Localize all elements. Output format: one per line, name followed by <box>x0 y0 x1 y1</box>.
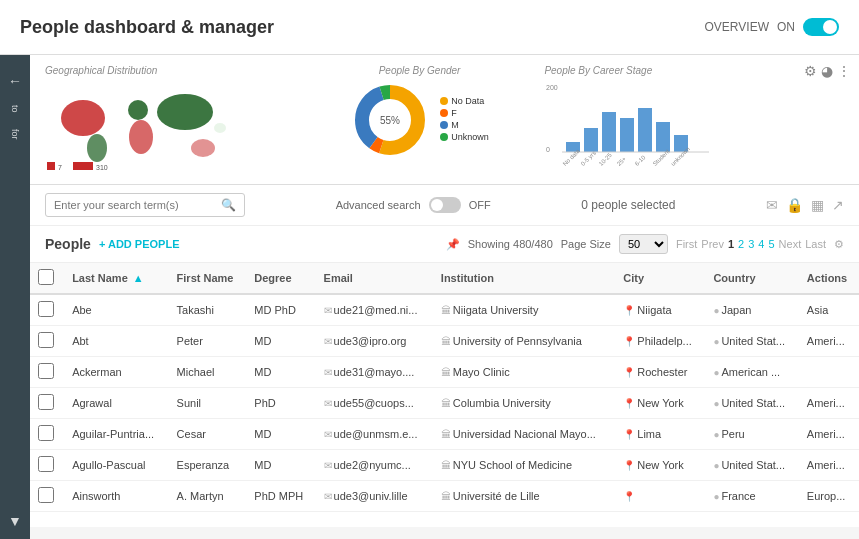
page-5[interactable]: 5 <box>768 238 774 250</box>
cell-first-name: Michael <box>169 357 247 388</box>
svg-point-1 <box>87 134 107 162</box>
row-checkbox[interactable] <box>30 419 64 450</box>
people-selected: 0 people selected <box>581 198 675 212</box>
page-2[interactable]: 2 <box>738 238 744 250</box>
legend-unknown: Unknown <box>440 132 489 142</box>
search-icon[interactable]: 🔍 <box>221 198 236 212</box>
svg-rect-7 <box>47 162 55 170</box>
table-row: Agullo-Pascual Esperanza MD ✉ude2@nyumc.… <box>30 450 859 481</box>
cell-first-name: Peter <box>169 326 247 357</box>
col-email[interactable]: Email <box>316 263 433 294</box>
svg-text:10-25: 10-25 <box>598 152 614 168</box>
career-title: People By Career Stage <box>544 65 844 76</box>
gender-title: People By Gender <box>379 65 461 76</box>
col-city[interactable]: City <box>615 263 705 294</box>
cell-last-name: Agullo-Pascual <box>64 450 168 481</box>
page-size-select[interactable]: 50 25 100 <box>619 234 668 254</box>
row-checkbox[interactable] <box>30 388 64 419</box>
page-size-label: Page Size <box>561 238 611 250</box>
donut-svg: 55% <box>350 80 430 160</box>
cell-email: ✉ude3@univ.lille <box>316 481 433 512</box>
row-checkbox[interactable] <box>30 481 64 512</box>
row-checkbox[interactable] <box>30 326 64 357</box>
cell-degree: MD <box>246 419 315 450</box>
col-actions: Actions <box>799 263 859 294</box>
table-row: Ackerman Michael MD ✉ude31@mayo.... 🏛May… <box>30 357 859 388</box>
next-page[interactable]: Next <box>779 238 802 250</box>
lock-icon[interactable]: 🔒 <box>786 197 803 213</box>
cell-city: 📍New York <box>615 388 705 419</box>
page-1[interactable]: 1 <box>728 238 734 250</box>
pagination-info: 📌 Showing 480/480 Page Size 50 25 100 Fi… <box>446 234 844 254</box>
prev-page[interactable]: Prev <box>701 238 724 250</box>
table-row: Agrawal Sunil PhD ✉ude55@cuops... 🏛Colum… <box>30 388 859 419</box>
cell-last-name: Agrawal <box>64 388 168 419</box>
page-4[interactable]: 4 <box>758 238 764 250</box>
svg-point-5 <box>191 139 215 157</box>
cell-email: ✉ude55@cuops... <box>316 388 433 419</box>
cell-city: 📍Niigata <box>615 294 705 326</box>
grid-icon[interactable]: ▦ <box>811 197 824 213</box>
col-first-name[interactable]: First Name <box>169 263 247 294</box>
search-input-wrap[interactable]: 🔍 <box>45 193 245 217</box>
cell-city: 📍New York <box>615 450 705 481</box>
cell-last-name: Abt <box>64 326 168 357</box>
advanced-label: Advanced search <box>336 199 421 211</box>
cell-region <box>799 357 859 388</box>
cell-country: ●American ... <box>705 357 798 388</box>
overview-toggle-switch[interactable] <box>803 18 839 36</box>
export-icon[interactable]: ↗ <box>832 197 844 213</box>
chart-expand-icon[interactable]: ⋮ <box>837 63 851 79</box>
col-institution[interactable]: Institution <box>433 263 615 294</box>
donut-container: 55% No Data F M <box>350 80 489 160</box>
svg-point-0 <box>61 100 105 136</box>
charts-area: ⚙ ◕ ⋮ Geographical Distribution <box>30 55 859 185</box>
sidebar-icon-arrow[interactable]: ← <box>8 73 22 89</box>
cell-last-name: Aguilar-Puntria... <box>64 419 168 450</box>
chart-pie-icon[interactable]: ◕ <box>821 63 833 79</box>
cell-region: Asia <box>799 294 859 326</box>
col-checkbox <box>30 263 64 294</box>
col-last-name[interactable]: Last Name ▲ <box>64 263 168 294</box>
sidebar: ← to for ▼ <box>0 55 30 539</box>
first-page[interactable]: First <box>676 238 697 250</box>
content-area: ⚙ ◕ ⋮ Geographical Distribution <box>30 55 859 539</box>
table-row: Ainsworth A. Martyn PhD MPH ✉ude3@univ.l… <box>30 481 859 512</box>
email-icon[interactable]: ✉ <box>766 197 778 213</box>
cell-degree: MD PhD <box>246 294 315 326</box>
add-people-button[interactable]: + ADD PEOPLE <box>99 238 180 250</box>
svg-text:6-10: 6-10 <box>634 154 647 167</box>
svg-rect-22 <box>656 122 670 152</box>
table-body: Abe Takashi MD PhD ✉ude21@med.ni... 🏛Nii… <box>30 294 859 512</box>
cell-degree: PhD <box>246 388 315 419</box>
cell-institution: 🏛NYU School of Medicine <box>433 450 615 481</box>
row-checkbox[interactable] <box>30 294 64 326</box>
row-checkbox[interactable] <box>30 450 64 481</box>
cell-email: ✉ude31@mayo.... <box>316 357 433 388</box>
overview-toggle[interactable]: OVERVIEW ON <box>705 18 839 36</box>
col-degree[interactable]: Degree <box>246 263 315 294</box>
career-bar-svg: 200 0 No data 0-5 yrs 10-25 2 <box>544 80 729 175</box>
cell-country: ●United Stat... <box>705 388 798 419</box>
advanced-toggle[interactable] <box>429 197 461 213</box>
sidebar-icon-chevron[interactable]: ▼ <box>8 513 22 529</box>
cell-first-name: A. Martyn <box>169 481 247 512</box>
chart-settings-icon[interactable]: ⚙ <box>804 63 817 79</box>
table-header-row: Last Name ▲ First Name Degree Email Inst… <box>30 263 859 294</box>
page-title: People dashboard & manager <box>20 17 274 38</box>
page-3[interactable]: 3 <box>748 238 754 250</box>
last-page[interactable]: Last <box>805 238 826 250</box>
cell-country: ●France <box>705 481 798 512</box>
table-settings-icon[interactable]: ⚙ <box>834 238 844 251</box>
table-row: Aguilar-Puntria... Cesar MD ✉ude@unmsm.e… <box>30 419 859 450</box>
advanced-search: Advanced search OFF <box>336 197 491 213</box>
cell-degree: MD <box>246 357 315 388</box>
cell-first-name: Cesar <box>169 419 247 450</box>
cell-degree: MD <box>246 326 315 357</box>
row-checkbox[interactable] <box>30 357 64 388</box>
search-input[interactable] <box>54 199 221 211</box>
select-all-checkbox[interactable] <box>38 269 54 285</box>
geo-title: Geographical Distribution <box>45 65 295 76</box>
col-country[interactable]: Country <box>705 263 798 294</box>
svg-text:25+: 25+ <box>616 155 628 167</box>
